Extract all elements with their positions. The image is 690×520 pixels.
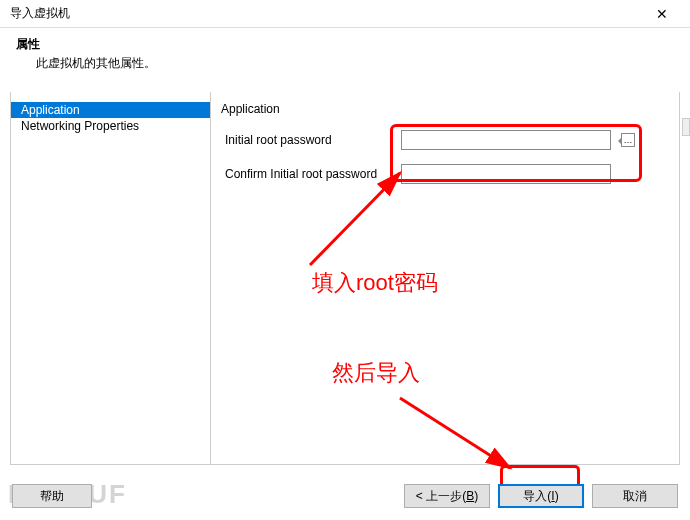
input-confirm-password[interactable] [401, 164, 611, 184]
sidebar-item-label: Application [21, 103, 80, 117]
content: Application Networking Properties Applic… [10, 92, 680, 465]
header-desc: 此虚拟机的其他属性。 [16, 55, 674, 72]
input-initial-password[interactable] [401, 130, 611, 150]
sidebar-item-networking[interactable]: Networking Properties [11, 118, 210, 134]
back-button[interactable]: < 上一步(B) [404, 484, 490, 508]
edge-fragment [682, 118, 690, 136]
main-panel: Application Initial root password … Conf… [211, 92, 679, 464]
close-icon: ✕ [656, 6, 668, 22]
help-button[interactable]: 帮助 [12, 484, 92, 508]
section-title: Application [221, 102, 669, 116]
sidebar-item-label: Networking Properties [21, 119, 139, 133]
window-title: 导入虚拟机 [10, 5, 70, 22]
header-label: 属性 [16, 36, 674, 53]
form-row-confirm-password: Confirm Initial root password [221, 164, 669, 184]
close-button[interactable]: ✕ [642, 0, 682, 28]
label-confirm-password: Confirm Initial root password [221, 167, 401, 181]
sidebar: Application Networking Properties [11, 92, 211, 464]
form-row-initial-password: Initial root password … [221, 130, 669, 150]
hint-icon[interactable]: … [621, 133, 635, 147]
sidebar-item-application[interactable]: Application [11, 102, 210, 118]
button-row: 帮助 < 上一步(B) 导入(I) 取消 [12, 484, 678, 508]
import-button[interactable]: 导入(I) [498, 484, 584, 508]
label-initial-password: Initial root password [221, 133, 401, 147]
wizard-header: 属性 此虚拟机的其他属性。 [0, 28, 690, 78]
cancel-button[interactable]: 取消 [592, 484, 678, 508]
titlebar: 导入虚拟机 ✕ [0, 0, 690, 28]
